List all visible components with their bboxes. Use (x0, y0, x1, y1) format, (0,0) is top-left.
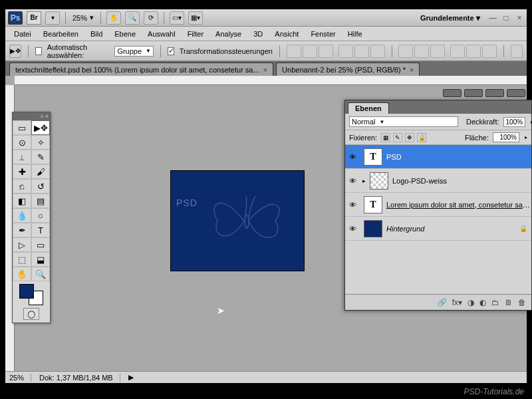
layer-thumbnail[interactable] (364, 220, 382, 237)
layer-row[interactable]: 👁 Hintergrund 🔒 (345, 217, 531, 241)
align-button[interactable] (303, 45, 317, 58)
arrange-icon[interactable]: ▾ (45, 11, 60, 25)
blur-tool[interactable]: 💧 (13, 208, 31, 223)
layer-name[interactable]: Logo-PSD-weiss (392, 177, 531, 185)
fill-input[interactable]: 100% (493, 132, 519, 142)
distribute-button[interactable] (466, 45, 481, 58)
workspace-dropdown[interactable]: Grundelemente ▾ (416, 12, 484, 24)
close-button[interactable]: × (515, 13, 524, 23)
toolbox-header[interactable]: »× (13, 112, 50, 120)
layer-row[interactable]: 👁 T Lorem ipsum dolor sit amet, consetet… (345, 193, 531, 217)
path-tool[interactable]: ▷ (13, 237, 31, 252)
quickmask-toggle[interactable]: ◯ (23, 308, 39, 320)
type-tool[interactable]: T (31, 223, 50, 237)
status-doc[interactable]: Dok: 1,37 MB/1,84 MB (39, 374, 120, 382)
layer-name[interactable]: Lorem ipsum dolor sit amet, consetetur s… (386, 201, 531, 209)
color-swatches[interactable] (19, 284, 43, 305)
hand-tool-icon[interactable]: ✋ (106, 11, 121, 25)
dodge-tool[interactable]: ○ (31, 208, 50, 223)
blend-mode-dropdown[interactable]: Normal▼ (349, 116, 458, 127)
ruler-horizontal[interactable] (15, 76, 527, 85)
menu-ansicht[interactable]: Ansicht (269, 28, 305, 40)
menu-bearbeiten[interactable]: Bearbeiten (37, 28, 84, 40)
zoom-dropdown[interactable]: 25%▾ (71, 13, 95, 23)
align-button[interactable] (370, 45, 385, 58)
document-tab[interactable]: textschnitteffekt.psd bei 100% (Lorem ip… (9, 63, 273, 76)
minimize-button[interactable]: — (488, 13, 497, 23)
layer-row[interactable]: 👁 ▸ Logo-PSD-weiss (345, 169, 531, 193)
stamp-tool[interactable]: ⎌ (13, 179, 31, 194)
shape-tool[interactable]: ▭ (31, 237, 50, 252)
distribute-button[interactable] (414, 45, 429, 58)
layer-name[interactable]: PSD (386, 153, 531, 161)
extras-icon[interactable]: ▦▾ (188, 11, 203, 25)
layer-thumbnail[interactable]: T (364, 148, 382, 166)
opacity-input[interactable]: 100% (503, 117, 526, 127)
autoselect-checkbox[interactable] (35, 47, 42, 55)
foreground-color-swatch[interactable] (19, 284, 34, 299)
group-icon[interactable]: 🗀 (491, 298, 499, 307)
align-button[interactable] (354, 45, 369, 58)
gradient-tool[interactable]: ▤ (31, 194, 50, 208)
menu-filter[interactable]: Filter (182, 28, 209, 40)
mask-icon[interactable]: ◑ (467, 298, 474, 307)
menu-analyse[interactable]: Analyse (209, 28, 247, 40)
layers-tab[interactable]: Ebenen (348, 102, 389, 114)
align-button[interactable] (287, 45, 301, 58)
layer-name[interactable]: Hintergrund (386, 225, 519, 233)
zoom-tool-icon[interactable]: 🔍 (125, 11, 140, 25)
link-layers-icon[interactable]: 🔗 (437, 298, 447, 307)
visibility-toggle-icon[interactable]: 👁 (345, 201, 360, 209)
canvas[interactable]: PSD (170, 170, 305, 271)
document-tab[interactable]: Unbenannt-2 bei 25% (PSD, RGB/8) *× (276, 63, 420, 76)
panel-dock-icons[interactable] (443, 89, 525, 97)
lasso-tool[interactable]: ⊙ (13, 135, 31, 150)
heal-tool[interactable]: ✚ (13, 164, 31, 179)
3d-camera-tool[interactable]: ⬓ (31, 252, 50, 267)
distribute-button[interactable] (450, 45, 465, 58)
distribute-button[interactable] (482, 45, 497, 58)
distribute-button[interactable] (398, 45, 413, 58)
crop-tool[interactable]: ⟂ (13, 150, 31, 164)
tab-close-icon[interactable]: × (263, 66, 267, 74)
menu-3d[interactable]: 3D (247, 28, 269, 40)
align-button[interactable] (338, 45, 353, 58)
status-zoom[interactable]: 25% (9, 374, 31, 382)
layer-row[interactable]: 👁 T PSD (345, 145, 531, 169)
layer-thumbnail[interactable]: T (364, 196, 382, 213)
adjustment-icon[interactable]: ◐ (479, 298, 486, 307)
menu-fenster[interactable]: Fenster (305, 28, 341, 40)
status-arrow-icon[interactable]: ▶ (128, 373, 134, 382)
menu-bild[interactable]: Bild (84, 28, 108, 40)
fx-icon[interactable]: fx▾ (452, 298, 462, 307)
visibility-toggle-icon[interactable]: 👁 (345, 225, 360, 233)
eraser-tool[interactable]: ◧ (13, 194, 31, 208)
visibility-toggle-icon[interactable]: 👁 (345, 153, 360, 161)
brush-tool[interactable]: 🖌 (31, 164, 50, 179)
screenmode-icon[interactable]: ▭▾ (170, 11, 184, 25)
move-tool[interactable]: ▶✥ (31, 120, 50, 135)
menu-datei[interactable]: Datei (8, 28, 37, 40)
transform-checkbox[interactable] (168, 47, 174, 55)
rotate-view-icon[interactable]: ⟳ (144, 11, 158, 25)
menu-ebene[interactable]: Ebene (108, 28, 142, 40)
lock-paint-icon[interactable]: ✎ (393, 133, 402, 142)
new-layer-icon[interactable]: 🗎 (505, 298, 513, 307)
eyedropper-tool[interactable]: ✎ (31, 150, 50, 164)
menu-hilfe[interactable]: Hilfe (342, 28, 368, 40)
zoom-tool[interactable]: 🔍 (31, 267, 50, 281)
bridge-logo[interactable]: Br (27, 11, 41, 25)
lock-position-icon[interactable]: ✥ (405, 133, 414, 142)
align-button[interactable] (319, 45, 333, 58)
menu-auswahl[interactable]: Auswahl (142, 28, 182, 40)
expand-icon[interactable]: ▸ (362, 178, 366, 184)
distribute-button[interactable] (430, 45, 445, 58)
visibility-toggle-icon[interactable]: 👁 (345, 177, 360, 185)
wand-tool[interactable]: ✧ (31, 135, 50, 150)
lock-all-icon[interactable]: 🔒 (417, 133, 426, 142)
autoalign-button[interactable] (511, 45, 523, 58)
3d-tool[interactable]: ⬚ (13, 252, 31, 267)
delete-layer-icon[interactable]: 🗑 (518, 298, 526, 307)
hand-tool[interactable]: ✋ (13, 267, 31, 281)
lock-pixels-icon[interactable]: ▦ (381, 133, 390, 142)
